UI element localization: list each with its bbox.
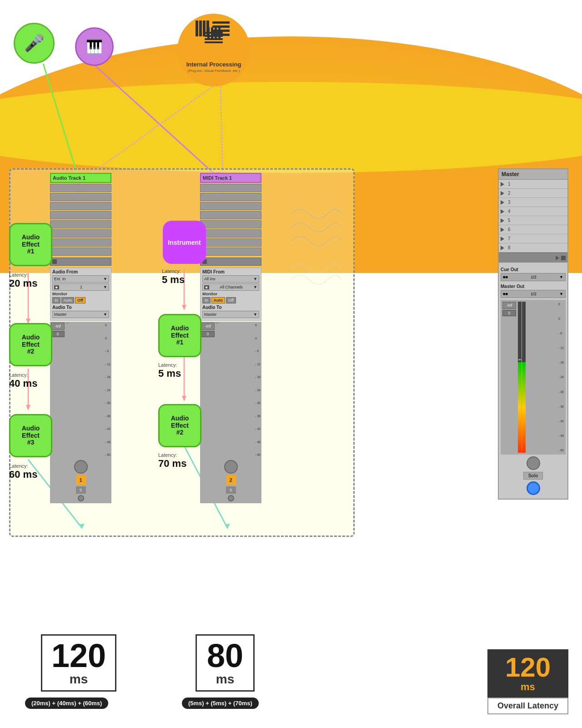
headphone-knob[interactable] (527, 481, 540, 495)
midi-track-column: MIDI Track 1 MIDI From All Ins ▼ ■ All C… (200, 173, 261, 503)
master-routing: Cue Out ■■ 1/2 ▼ Master Out ■■ 1/2 ▼ -In… (499, 263, 567, 497)
master-scene-row[interactable]: 7 (499, 234, 567, 243)
audio-effect-3-label: Audio Effect #3 (22, 425, 40, 446)
master-scene-row[interactable]: 5 (499, 216, 567, 225)
clip-slot[interactable] (200, 238, 261, 247)
midi-from-sub-value: All Channels (220, 285, 243, 289)
audio-routing-section: Audio From Ext. In ▼ ■ 1 ▼ Monitor In Au… (50, 268, 111, 321)
overall-latency-unit: ms (521, 681, 535, 693)
master-scene-row[interactable]: 4 (499, 207, 567, 216)
fader-value[interactable]: 0 (201, 331, 215, 337)
track-number-button[interactable]: 2 (226, 475, 236, 485)
scene-controls-bar (499, 253, 567, 263)
audio-effect-2-latency-value: 40 ms (9, 378, 37, 389)
monitor-in-button[interactable]: In (52, 297, 60, 303)
audio-from-sub-dropdown[interactable]: ■ 1 ▼ (52, 283, 109, 291)
monitor-off-button[interactable]: Off (226, 297, 236, 303)
audio-clip-slots (50, 184, 111, 256)
clip-slot[interactable] (50, 184, 111, 192)
scene-1-label: 1 (508, 182, 511, 187)
clip-slot[interactable] (200, 248, 261, 256)
clip-slot[interactable] (50, 248, 111, 256)
clip-slot[interactable] (50, 211, 111, 219)
pan-knob[interactable] (224, 460, 238, 474)
clip-slot[interactable] (200, 220, 261, 228)
cue-out-dropdown[interactable]: ■■ 1/2 ▼ (501, 273, 566, 281)
track-bottom-controls: 1 S (50, 458, 111, 503)
dropdown-arrow: ▼ (103, 277, 107, 281)
master-scene-row[interactable]: 6 (499, 225, 567, 234)
clip-slot[interactable] (50, 229, 111, 238)
master-scene-row[interactable]: 8 (499, 243, 567, 253)
vol-display-text: -Inf (55, 324, 60, 329)
play-icon (556, 256, 559, 260)
monitor-in-button[interactable]: In (202, 297, 211, 303)
clip-slot[interactable] (200, 202, 261, 210)
fader-value[interactable]: 0 (51, 331, 65, 337)
stop-clip-slot[interactable] (50, 258, 111, 266)
scene-play-button[interactable] (501, 182, 504, 187)
clip-slot[interactable] (50, 220, 111, 228)
audio-effect-3-latency-label: Latency: (9, 463, 28, 469)
midi-audio-effect-1-label: Audio Effect #1 (171, 325, 189, 346)
scene-play-button[interactable] (501, 209, 504, 214)
master-scene-row[interactable]: 1 (499, 180, 567, 189)
master-pan-knob[interactable] (527, 456, 540, 470)
clip-slot[interactable] (50, 193, 111, 201)
clip-slot[interactable] (50, 238, 111, 247)
midi-keyboard-icon: 🎹 (86, 39, 103, 55)
clip-slot[interactable] (50, 202, 111, 210)
monitor-auto-button[interactable]: Auto (61, 297, 75, 303)
record-button[interactable] (228, 495, 234, 501)
midi-from-sub-dropdown[interactable]: ■ All Channels ▼ (202, 283, 259, 291)
audio-effect-2-latency-label: Latency: (9, 372, 28, 378)
pan-knob[interactable] (74, 460, 88, 474)
clip-slot[interactable] (200, 229, 261, 238)
midi-to-dropdown[interactable]: Master ▼ (202, 311, 259, 318)
midi-from-dropdown[interactable]: All Ins ▼ (202, 275, 259, 283)
audio-to-dropdown[interactable]: Master ▼ (52, 311, 109, 318)
track-number-button[interactable]: 1 (76, 475, 86, 485)
scene-play-button[interactable] (501, 218, 504, 223)
scene-7-label: 7 (508, 236, 511, 241)
scene-play-button[interactable] (501, 191, 504, 196)
stop-clip-slot[interactable] (200, 258, 261, 266)
master-fader-value[interactable]: 0 (502, 310, 516, 316)
record-button[interactable] (78, 495, 84, 501)
instrument-label: Instrument (168, 239, 201, 246)
overall-latency-label-box: Overall Latency (487, 698, 568, 714)
master-out-dropdown[interactable]: ■■ 1/2 ▼ (501, 290, 566, 298)
scene-play-button[interactable] (501, 237, 504, 241)
audio-formula: (20ms) + (40ms) + (60ms) (25, 698, 108, 709)
vol-display: -Inf (51, 323, 65, 330)
solo-button[interactable]: S (76, 486, 86, 494)
solo-button[interactable]: S (226, 486, 236, 494)
midi-effect-2-latency-value: 70 ms (158, 458, 186, 469)
monitor-off-button[interactable]: Off (75, 297, 85, 303)
audio-from-dropdown[interactable]: Ext. In ▼ (52, 275, 109, 283)
clip-slot[interactable] (200, 211, 261, 219)
stop-icon (561, 256, 566, 260)
midi-total-unit: ms (216, 672, 234, 687)
midi-from-label: MIDI From (202, 269, 259, 274)
solo-button[interactable]: Solo (523, 472, 543, 480)
microphone-circle: 🎤 (14, 23, 55, 64)
overall-latency-label: Overall Latency (497, 701, 558, 710)
meter-scale: 60- 6- 12- 18- 24- 30- 36- 42- 48- 60 (105, 323, 110, 457)
master-scene-row[interactable]: 3 (499, 198, 567, 207)
master-scene-list: 1 2 3 4 5 6 7 8 (499, 180, 567, 253)
scene-play-button[interactable] (501, 228, 504, 232)
audio-effect-1-latency-label: Latency: (9, 272, 28, 278)
master-scene-row[interactable]: 2 (499, 189, 567, 198)
vol-display-text: -Inf (205, 324, 211, 329)
master-fader-controls: -Inf 0 (502, 302, 516, 453)
scene-play-button[interactable] (501, 246, 504, 250)
master-meter-right (522, 302, 526, 453)
scene-play-button[interactable] (501, 200, 504, 205)
audio-formula-text: (20ms) + (40ms) + (60ms) (31, 700, 102, 707)
monitor-auto-button[interactable]: Auto (211, 297, 226, 303)
clip-slot[interactable] (200, 193, 261, 201)
overall-latency-value-area: 120 ms (487, 649, 568, 698)
mic-icon: 🎤 (24, 34, 45, 53)
clip-slot[interactable] (200, 184, 261, 192)
